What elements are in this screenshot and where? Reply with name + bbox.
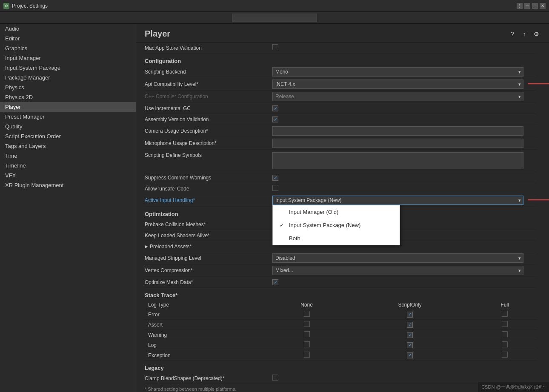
maximize-button[interactable]: □ xyxy=(532,3,538,9)
sidebar-item-preset-manager[interactable]: Preset Manager xyxy=(0,112,136,122)
managed-stripping-label: Managed Stripping Level xyxy=(145,255,272,261)
error-scriptonly-cell xyxy=(346,310,473,320)
api-compat-row: Api Compatibility Level* .NET 4.x xyxy=(145,78,536,91)
exception-full-checkbox[interactable] xyxy=(502,352,508,358)
scripting-backend-dropdown-wrapper: Mono xyxy=(272,67,523,77)
sidebar-item-editor[interactable]: Editor xyxy=(0,34,136,43)
search-input[interactable] xyxy=(232,14,317,22)
help-button[interactable]: ? xyxy=(508,30,517,38)
active-input-dropdown[interactable]: Input System Package (New) xyxy=(272,196,523,205)
exception-scriptonly-cell xyxy=(346,350,473,361)
log-full-checkbox[interactable] xyxy=(502,341,508,347)
assert-none-checkbox[interactable] xyxy=(304,321,310,327)
header-icons: ? ↑ ⚙ xyxy=(508,30,540,38)
api-compat-dropdown-wrapper: .NET 4.x xyxy=(272,80,523,89)
warning-scriptonly-cell xyxy=(346,330,473,340)
clamp-blendshapes-checkbox[interactable] xyxy=(272,375,278,381)
foldout-arrow-icon: ▶ xyxy=(145,244,148,249)
log-none-cell xyxy=(267,340,346,350)
minimize-button[interactable]: ─ xyxy=(524,3,530,9)
table-row: Error xyxy=(145,310,536,320)
incremental-gc-control xyxy=(272,105,536,112)
sidebar-item-vfx[interactable]: VFX xyxy=(0,170,136,180)
cpp-compiler-dropdown[interactable]: Release xyxy=(272,92,523,101)
suppress-warnings-control xyxy=(272,174,536,181)
sidebar-item-timeline[interactable]: Timeline xyxy=(0,161,136,170)
assembly-version-checkbox[interactable] xyxy=(272,116,278,122)
clamp-blendshapes-row: Clamp BlendShapes (Deprecated)* xyxy=(145,373,536,384)
suppress-warnings-label: Suppress Common Warnings xyxy=(145,175,272,181)
popup-input-manager[interactable]: Input Manager (Old) xyxy=(273,205,400,219)
camera-usage-input[interactable] xyxy=(272,126,523,136)
sidebar-item-input-system-package[interactable]: Input System Package xyxy=(0,63,136,73)
warning-scriptonly-checkbox[interactable] xyxy=(407,332,413,338)
exception-scriptonly-checkbox[interactable] xyxy=(407,352,413,358)
sidebar-item-time[interactable]: Time xyxy=(0,151,136,161)
shared-setting-text: * Shared setting between multiple platfo… xyxy=(145,386,236,392)
incremental-gc-label: Use incremental GC xyxy=(145,105,272,111)
exception-none-checkbox[interactable] xyxy=(304,352,310,358)
sidebar-item-tags-and-layers[interactable]: Tags and Layers xyxy=(0,141,136,151)
error-scriptonly-checkbox[interactable] xyxy=(407,312,413,318)
suppress-warnings-checkbox[interactable] xyxy=(272,175,278,181)
scripting-backend-dropdown[interactable]: Mono xyxy=(272,67,523,77)
log-none-checkbox[interactable] xyxy=(304,341,310,347)
api-compat-arrow xyxy=(528,80,549,89)
error-full-checkbox[interactable] xyxy=(502,311,508,317)
input-system-checkmark: ✓ xyxy=(280,222,286,228)
sidebar-item-input-manager[interactable]: Input Manager xyxy=(0,53,136,63)
cpp-compiler-row: C++ Compiler Configuration Release xyxy=(145,91,536,103)
error-label: Error xyxy=(145,310,267,320)
assert-scriptonly-checkbox[interactable] xyxy=(407,322,413,328)
preloaded-assets-text: Preloaded Assets* xyxy=(150,244,192,250)
warning-full-checkbox[interactable] xyxy=(502,331,508,337)
scripting-backend-label: Scripting Backend xyxy=(145,69,272,75)
sidebar-item-xr-plugin-management[interactable]: XR Plugin Management xyxy=(0,180,136,190)
unsafe-code-checkbox[interactable] xyxy=(272,185,278,191)
window-controls: ⋮ ─ □ ✕ xyxy=(517,3,546,9)
menu-button[interactable]: ⋮ xyxy=(517,3,523,9)
close-button[interactable]: ✕ xyxy=(540,3,546,9)
searchbar xyxy=(0,12,549,24)
sidebar-item-physics[interactable]: Physics xyxy=(0,82,136,92)
assert-full-checkbox[interactable] xyxy=(502,321,508,327)
assert-full-cell xyxy=(473,320,536,330)
microphone-usage-input[interactable] xyxy=(272,139,523,148)
vertex-compression-row: Vertex Compression* Mixed... xyxy=(145,264,536,277)
sidebar-item-script-execution-order[interactable]: Script Execution Order xyxy=(0,131,136,141)
upload-button[interactable]: ↑ xyxy=(520,30,529,38)
sidebar-item-package-manager[interactable]: Package Manager xyxy=(0,73,136,82)
popup-both[interactable]: Both xyxy=(273,232,400,245)
sidebar-item-physics-2d[interactable]: Physics 2D xyxy=(0,92,136,102)
footer-text: CSDN @一条爱玩游戏的咸鱼~ xyxy=(481,384,546,389)
clamp-blendshapes-control xyxy=(272,375,536,382)
both-checkmark xyxy=(280,236,286,241)
microphone-usage-label: Microphone Usage Description* xyxy=(145,140,272,146)
sidebar-item-player[interactable]: Player xyxy=(0,102,136,112)
api-compat-control: .NET 4.x xyxy=(272,80,549,89)
sidebar-item-graphics[interactable]: Graphics xyxy=(0,43,136,53)
api-compat-dropdown[interactable]: .NET 4.x xyxy=(272,80,523,89)
mac-app-store-checkbox[interactable] xyxy=(272,44,278,50)
app-icon: ⚙ xyxy=(3,3,9,9)
preloaded-assets-foldout: ▶ Preloaded Assets* xyxy=(145,244,272,250)
table-row: Exception xyxy=(145,350,536,361)
error-none-checkbox[interactable] xyxy=(304,311,310,317)
optimize-mesh-checkbox[interactable] xyxy=(272,279,278,285)
unsafe-code-row: Allow 'unsafe' Code xyxy=(145,183,536,194)
log-scriptonly-checkbox[interactable] xyxy=(407,342,413,348)
managed-stripping-dropdown[interactable]: Disabled xyxy=(272,253,523,263)
settings-button[interactable]: ⚙ xyxy=(532,30,540,38)
incremental-gc-checkbox[interactable] xyxy=(272,105,278,111)
vertex-compression-dropdown-wrapper: Mixed... xyxy=(272,266,523,275)
input-handling-popup: Input Manager (Old) ✓ Input System Packa… xyxy=(272,205,400,245)
vertex-compression-dropdown[interactable]: Mixed... xyxy=(272,266,523,275)
legacy-header: Legacy xyxy=(145,361,536,373)
scripting-symbols-textarea[interactable] xyxy=(272,152,523,169)
sidebar-item-audio[interactable]: Audio xyxy=(0,24,136,34)
popup-input-system-package[interactable]: ✓ Input System Package (New) xyxy=(273,219,400,232)
sidebar-item-quality[interactable]: Quality xyxy=(0,122,136,131)
scripting-backend-control: Mono xyxy=(272,67,536,77)
error-full-cell xyxy=(473,310,536,320)
warning-none-checkbox[interactable] xyxy=(304,331,310,337)
